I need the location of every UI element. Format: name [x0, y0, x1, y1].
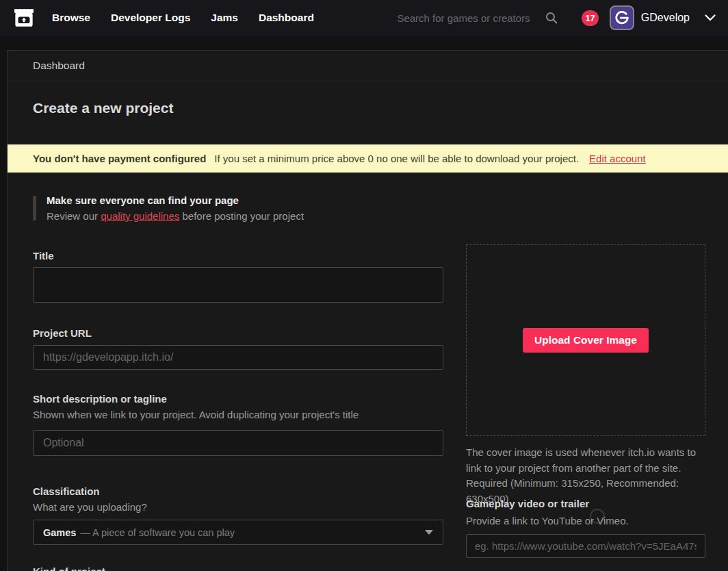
project-url-label: Project URL — [33, 327, 92, 339]
user-avatar[interactable] — [610, 5, 634, 30]
nav-link-jams[interactable]: Jams — [211, 12, 238, 24]
project-url-input[interactable] — [33, 345, 443, 370]
banner-message: If you set a minimum price above 0 no on… — [214, 153, 579, 164]
nav-link-browse[interactable]: Browse — [52, 12, 90, 24]
quality-guidelines-link[interactable]: quality guidelines — [101, 210, 179, 222]
breadcrumb-bar: Dashboard — [8, 51, 728, 81]
nav-links: Browse Developer Logs Jams Dashboard — [52, 12, 314, 24]
chevron-down-icon[interactable] — [705, 14, 716, 21]
short-description-label: Short description or tagline — [33, 393, 167, 405]
search-icon[interactable] — [545, 11, 558, 25]
payment-warning-banner: You don't have payment configured If you… — [8, 144, 728, 173]
title-label: Title — [33, 250, 54, 262]
callout-subtitle: Review our quality guidelines before pos… — [47, 210, 443, 222]
itchio-logo-icon[interactable] — [12, 6, 36, 29]
classification-value-description: — A piece of software you can play — [80, 527, 235, 538]
gdevelop-logo-icon — [614, 10, 629, 25]
top-nav: Browse Developer Logs Jams Dashboard 17 … — [0, 0, 728, 36]
nav-link-developer-logs[interactable]: Developer Logs — [111, 12, 190, 24]
kind-of-project-label: Kind of project — [33, 566, 105, 571]
page-title: Create a new project — [33, 100, 173, 116]
form-left-column: Make sure everyone can find your page Re… — [33, 194, 443, 222]
gameplay-video-help: Provide a link to YouTube or Vimeo. — [466, 513, 705, 529]
banner-bold-text: You don't have payment configured — [33, 153, 206, 164]
callout-title: Make sure everyone can find your page — [47, 194, 443, 206]
nav-link-dashboard[interactable]: Dashboard — [259, 12, 314, 24]
notification-badge[interactable]: 17 — [582, 10, 598, 26]
short-description-help: Shown when we link to your project. Avoi… — [33, 409, 359, 420]
gameplay-video-label: Gameplay video or trailer — [466, 498, 589, 509]
callout-bar — [33, 196, 36, 220]
select-caret-icon — [425, 530, 433, 535]
user-name[interactable]: GDevelop — [641, 12, 690, 24]
cover-image-dropzone[interactable]: Upload Cover Image — [466, 244, 705, 436]
gameplay-video-input[interactable] — [466, 534, 705, 558]
short-description-input[interactable] — [33, 430, 443, 456]
callout-text-after: before posting your project — [179, 210, 304, 222]
nav-right: 17 GDevelop — [397, 5, 728, 30]
classification-select[interactable]: Games — A piece of software you can play — [33, 520, 443, 545]
classification-label: Classification — [33, 485, 100, 497]
cursor-ring — [590, 509, 605, 524]
main-container: Dashboard Create a new project You don't… — [7, 50, 728, 571]
edit-account-link[interactable]: Edit account — [589, 153, 646, 164]
classification-value: Games — [43, 527, 76, 538]
quality-callout: Make sure everyone can find your page Re… — [33, 194, 443, 222]
upload-cover-image-button[interactable]: Upload Cover Image — [523, 328, 649, 353]
title-input[interactable] — [33, 267, 443, 303]
classification-help: What are you uploading? — [33, 501, 147, 513]
breadcrumb-dashboard[interactable]: Dashboard — [33, 60, 85, 72]
callout-text-before: Review our — [47, 210, 101, 222]
search-input[interactable] — [397, 12, 541, 24]
